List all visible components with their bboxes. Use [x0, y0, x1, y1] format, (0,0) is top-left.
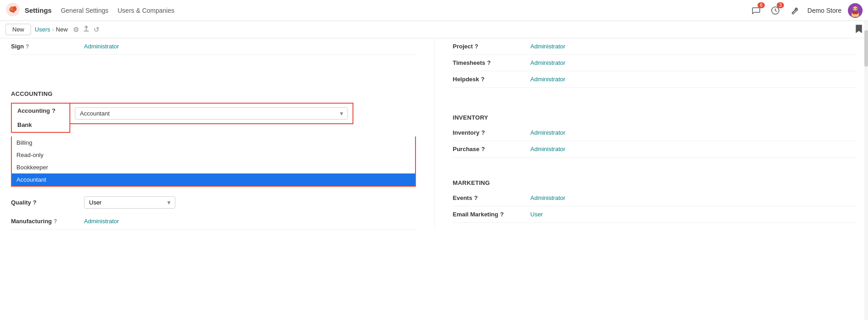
accounting-help-icon[interactable]: ? [52, 107, 56, 114]
events-row: Events ? Administrator [453, 190, 857, 206]
svg-point-6 [853, 8, 854, 9]
accounting-dropdown-block: Accountant ▼ Billing Read-only Bookkeepe… [70, 103, 353, 124]
manufacturing-label: Manufacturing ? [11, 218, 84, 225]
inventory-label: Inventory ? [453, 129, 531, 136]
inventory-section-header: INVENTORY [453, 106, 857, 125]
user-avatar[interactable] [848, 3, 863, 18]
manufacturing-value: Administrator [84, 218, 119, 225]
events-label: Events ? [453, 194, 531, 201]
email-marketing-row: Email Marketing ? User [453, 206, 857, 223]
inventory-help-icon[interactable]: ? [481, 129, 485, 136]
nav-general-settings[interactable]: General Settings [61, 5, 108, 16]
purchase-value: Administrator [531, 146, 566, 152]
events-help-icon[interactable]: ? [474, 194, 478, 201]
accounting-section-header: ACCOUNTING [11, 82, 416, 101]
helpdesk-help-icon[interactable]: ? [481, 76, 484, 83]
accounting-select[interactable]: Accountant [75, 107, 348, 120]
timesheets-row: Timesheets ? Administrator [453, 55, 857, 71]
email-marketing-label: Email Marketing ? [453, 211, 531, 218]
email-marketing-help-icon[interactable]: ? [500, 211, 504, 218]
sign-value: Administrator [84, 43, 119, 50]
sign-row: Sign ? Administrator [11, 38, 416, 55]
accounting-dropdown-wrapper: Accountant ▼ [75, 107, 348, 120]
toolbar: New Users › New ⚙ ↺ [0, 21, 868, 38]
accounting-label: Accounting ? [17, 107, 64, 114]
purchase-help-icon[interactable]: ? [481, 146, 485, 152]
dropdown-option-billing[interactable]: Billing [12, 136, 415, 149]
navbar-menu: General Settings Users & Companies [61, 5, 174, 16]
project-row: Project ? Administrator [453, 38, 857, 55]
breadcrumb-current: New [56, 26, 68, 33]
email-marketing-value: User [531, 211, 543, 218]
toolbar-icons: ⚙ ↺ [73, 25, 100, 34]
manufacturing-row: Manufacturing ? Administrator [11, 213, 416, 230]
main-two-col: Sign ? Administrator ACCOUNTING Accounti… [11, 38, 857, 230]
sign-help-icon[interactable]: ? [26, 43, 29, 50]
tools-button[interactable] [788, 4, 801, 17]
store-name[interactable]: Demo Store [807, 7, 842, 14]
helpdesk-value: Administrator [531, 76, 566, 83]
upload-icon[interactable] [83, 25, 90, 34]
quality-dropdown-wrapper: User ▼ [84, 196, 175, 209]
dropdown-option-bookkeeper[interactable]: Bookkeeper [12, 161, 415, 173]
activity-button[interactable]: 3 [769, 4, 782, 17]
accounting-bank-labels: Accounting ? Bank [11, 103, 70, 133]
messages-badge: 6 [758, 2, 765, 8]
refresh-icon[interactable]: ↺ [94, 26, 100, 34]
inventory-value: Administrator [531, 129, 566, 136]
timesheets-label: Timesheets ? [453, 59, 531, 66]
scrollbar-thumb[interactable] [864, 30, 868, 67]
breadcrumb-separator: › [52, 26, 54, 33]
svg-point-7 [856, 8, 857, 9]
helpdesk-row: Helpdesk ? Administrator [453, 71, 857, 88]
inventory-row: Inventory ? Administrator [453, 125, 857, 141]
events-value: Administrator [531, 194, 566, 201]
right-column: Project ? Administrator Timesheets ? Adm… [434, 38, 857, 230]
quality-row: Quality ? User ▼ [11, 192, 416, 213]
right-spacer [453, 88, 857, 106]
scrollbar-track[interactable] [864, 21, 868, 230]
nav-users-companies[interactable]: Users & Companies [117, 5, 174, 16]
purchase-row: Purchase ? Administrator [453, 141, 857, 157]
left-column: Sign ? Administrator ACCOUNTING Accounti… [11, 38, 434, 230]
purchase-label: Purchase ? [453, 146, 531, 152]
quality-select[interactable]: User [84, 196, 175, 209]
new-button[interactable]: New [5, 24, 31, 35]
navbar: Settings General Settings Users & Compan… [0, 0, 868, 21]
project-help-icon[interactable]: ? [475, 43, 479, 50]
marketing-section-header: MARKETING [453, 171, 857, 190]
sign-label: Sign ? [11, 43, 84, 50]
app-logo[interactable] [5, 2, 20, 18]
activity-badge: 3 [777, 2, 784, 8]
helpdesk-label: Helpdesk ? [453, 76, 531, 83]
breadcrumb: Users › New [35, 26, 68, 33]
right-spacer-2 [453, 157, 857, 171]
project-value: Administrator [531, 43, 566, 50]
timesheets-value: Administrator [531, 59, 566, 66]
navbar-right: 6 3 Demo Store [750, 3, 863, 18]
project-label: Project ? [453, 43, 531, 50]
breadcrumb-parent[interactable]: Users [35, 26, 50, 33]
dropdown-options-list: Billing Read-only Bookkeeper Accountant [12, 136, 415, 186]
quality-help-icon[interactable]: ? [33, 199, 37, 206]
main-content: Sign ? Administrator ACCOUNTING Accounti… [0, 38, 868, 230]
app-name: Settings [25, 6, 52, 14]
accounting-dropdown-list: Billing Read-only Bookkeeper Accountant [11, 136, 416, 187]
messages-button[interactable]: 6 [750, 4, 763, 17]
dropdown-option-accountant[interactable]: Accountant [12, 173, 415, 186]
dropdown-option-readonly[interactable]: Read-only [12, 149, 415, 161]
settings-gear-icon[interactable]: ⚙ [73, 26, 79, 34]
quality-label: Quality ? [11, 199, 84, 206]
spacer-left [11, 55, 416, 82]
svg-rect-5 [852, 11, 858, 14]
bank-label: Bank [17, 121, 64, 128]
manufacturing-help-icon[interactable]: ? [54, 218, 57, 225]
bookmark-icon[interactable] [855, 27, 863, 35]
timesheets-help-icon[interactable]: ? [487, 59, 491, 66]
